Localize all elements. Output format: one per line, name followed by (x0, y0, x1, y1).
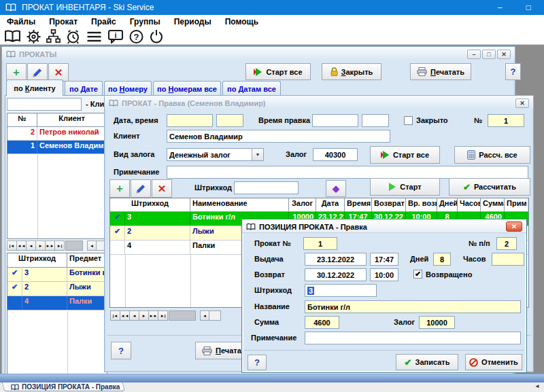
start-button[interactable]: Старт (370, 178, 440, 196)
menu-files[interactable]: Файлы (0, 17, 42, 26)
client-row-selected[interactable]: 1 Семенов Владимир (7, 141, 107, 154)
date-field[interactable] (167, 114, 213, 127)
edit-button[interactable] (27, 63, 48, 82)
delete-button[interactable]: ✕ (48, 63, 69, 82)
client-filter-input[interactable] (7, 98, 82, 111)
nav-prev[interactable]: ◄ (129, 310, 139, 321)
deposit-label: Залог (286, 150, 307, 158)
nav-prev-page[interactable]: ◄◄ (16, 240, 27, 251)
prokaty-close-button[interactable]: ✕ (497, 50, 511, 59)
print-button[interactable]: Печатать (410, 63, 471, 80)
days-field[interactable]: 8 (433, 253, 451, 266)
sitemap-icon[interactable] (46, 29, 61, 43)
edit-time-field[interactable] (362, 114, 389, 127)
nav-last[interactable]: ►| (158, 310, 168, 321)
nav-next-page[interactable]: ►► (45, 240, 55, 251)
prokaty-maximize-button[interactable]: □ (482, 50, 496, 59)
prokaty-minimize-button[interactable]: – (467, 50, 481, 59)
deposit-kind-combo[interactable]: Денежный залог ▼ (167, 148, 264, 161)
barcode-field[interactable] (234, 181, 299, 194)
scrollbar-track[interactable] (209, 310, 221, 321)
tab-by-client[interactable]: по Клиенту (6, 79, 63, 96)
menu-periods[interactable]: Периоды (167, 17, 218, 26)
cancel-button[interactable]: Отменить (465, 354, 522, 370)
scroll-left-button[interactable]: ◄ (87, 240, 97, 251)
help-button[interactable]: ? (505, 63, 521, 80)
nav-next[interactable]: ► (35, 240, 46, 251)
return-date-field[interactable]: 30.12.2022 (305, 268, 367, 281)
return-time-field[interactable]: 10:00 (370, 268, 398, 281)
calc-button[interactable]: ✔ Рассчитать (449, 178, 530, 196)
help-button[interactable]: ? (248, 355, 267, 370)
sum-field[interactable]: 4600 (305, 316, 339, 329)
nav-first[interactable]: |◄ (110, 310, 120, 321)
tab-by-dates-all[interactable]: по Датам все (222, 81, 281, 96)
start-all-button[interactable]: Старт все (245, 63, 311, 80)
nav-first[interactable]: |◄ (7, 240, 17, 251)
edit-position-button[interactable] (131, 179, 151, 198)
client-row[interactable]: 2 Петров николай (7, 127, 107, 141)
help-icon[interactable]: ? (129, 29, 144, 44)
client-field[interactable]: Семенов Владимир (167, 130, 390, 143)
nav-next-page[interactable]: ►► (148, 310, 158, 321)
menu-groups[interactable]: Группы (123, 17, 167, 26)
note-field[interactable] (167, 166, 528, 179)
nav-last[interactable]: ►| (54, 240, 65, 251)
issue-time-field[interactable]: 17:47 (370, 253, 398, 266)
name-field[interactable]: Ботинки г/л (305, 300, 521, 313)
message-info-icon[interactable]: i (107, 29, 124, 43)
nav-next[interactable]: ► (139, 310, 149, 321)
delete-position-button[interactable]: ✕ (152, 179, 172, 198)
rent-no-label: Прокат № (254, 239, 291, 247)
menu-rent[interactable]: Прокат (42, 17, 84, 26)
scrollbar-thumb[interactable] (169, 310, 196, 321)
returned-checkbox[interactable]: ✔ (413, 270, 422, 279)
taskbar-scroll-arrow[interactable]: ◄ (534, 383, 540, 389)
position-close-button[interactable]: ✕ (506, 221, 522, 232)
edit-date-field[interactable] (312, 114, 358, 127)
nav-prev[interactable]: ◄ (26, 240, 36, 251)
tab-by-number[interactable]: по Номеру (104, 81, 152, 96)
deposit-field[interactable]: 10000 (419, 316, 455, 329)
number-field[interactable]: 1 (488, 114, 524, 127)
gear-icon[interactable] (26, 29, 41, 44)
menu-price[interactable]: Прайс (84, 17, 123, 26)
tab-by-date[interactable]: по Дате (65, 81, 103, 96)
note-field[interactable] (305, 332, 521, 344)
chevron-down-icon[interactable]: ▼ (252, 149, 263, 160)
grid-line (125, 255, 126, 307)
barcode-field[interactable]: 3 (305, 284, 377, 297)
power-icon[interactable] (149, 29, 164, 44)
item-row-selected[interactable]: 4 Палки (7, 296, 107, 310)
item-row[interactable]: ✔ 2 Лыжи (7, 282, 107, 296)
help-button[interactable]: ? (111, 342, 131, 359)
np-field[interactable]: 2 (496, 237, 517, 250)
nav-prev-page[interactable]: ◄◄ (120, 310, 130, 321)
close-rentals-button[interactable]: Закрыть (322, 63, 381, 80)
item-row[interactable]: ✔ 3 Ботинки г/л (7, 268, 107, 282)
diamond-button[interactable]: ◆ (326, 180, 346, 197)
save-button[interactable]: ✔ Записать (396, 354, 458, 370)
menu-help[interactable]: Помощь (218, 17, 265, 26)
add-button[interactable]: + (6, 63, 27, 82)
scroll-left-button[interactable]: ◄ (200, 310, 209, 321)
maximize-button[interactable]: □ (515, 0, 542, 15)
scrollbar-thumb[interactable] (65, 240, 83, 251)
tab-by-numbers-all[interactable]: по Номерам все (153, 81, 221, 96)
add-position-button[interactable]: + (109, 179, 130, 198)
calc-all-button[interactable]: Рассч. все (454, 146, 530, 164)
taskbar-tab-position-edit[interactable]: ПОЗИЦИЯ ПРОКАТА - Правка (4, 382, 125, 391)
hours-field[interactable] (492, 253, 524, 266)
row-check-icon: ✔ (7, 268, 22, 281)
minimize-button[interactable]: – (486, 0, 513, 15)
start-all-button-dialog[interactable]: Старт все (370, 146, 440, 164)
rent-no-field[interactable]: 1 (303, 237, 337, 250)
list-icon[interactable] (86, 30, 103, 43)
prokat-edit-close-button[interactable]: ✕ (515, 99, 529, 108)
book-icon[interactable] (4, 29, 21, 43)
alarm-icon[interactable] (65, 29, 81, 44)
closed-checkbox[interactable] (404, 116, 413, 125)
issue-date-field[interactable]: 23.12.2022 (305, 253, 367, 266)
time-field[interactable] (216, 114, 243, 127)
deposit-field[interactable]: 40300 (313, 148, 358, 161)
